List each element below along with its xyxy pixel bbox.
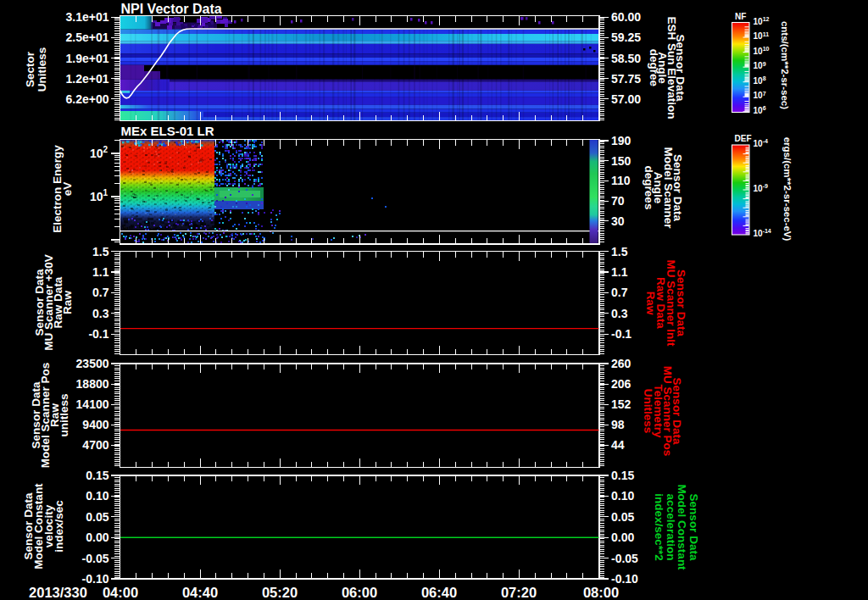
- svg-text:0.7: 0.7: [611, 286, 628, 299]
- svg-text:59.25: 59.25: [611, 31, 641, 44]
- svg-text:110: 110: [611, 174, 631, 187]
- svg-text:60.00: 60.00: [611, 10, 641, 24]
- svg-text:04:40: 04:40: [182, 585, 218, 600]
- svg-text:2013/330: 2013/330: [29, 585, 87, 600]
- svg-text:98: 98: [611, 418, 625, 431]
- svg-text:eV: eV: [61, 182, 74, 197]
- svg-text:Unitless: Unitless: [642, 389, 654, 434]
- svg-text:Raw: Raw: [644, 292, 657, 315]
- svg-text:unitless: unitless: [58, 393, 70, 436]
- svg-text:-0.1: -0.1: [88, 327, 108, 341]
- svg-text:degree: degree: [648, 49, 660, 87]
- svg-text:0.00: 0.00: [611, 531, 634, 544]
- svg-text:1.1: 1.1: [92, 265, 109, 279]
- svg-text:04:00: 04:00: [103, 585, 138, 600]
- svg-text:1.5: 1.5: [92, 245, 109, 258]
- svg-text:58.50: 58.50: [611, 52, 641, 65]
- svg-text:MEx ELS-01 LR: MEx ELS-01 LR: [121, 124, 214, 138]
- svg-text:index/sec: index/sec: [53, 500, 65, 553]
- svg-text:206: 206: [611, 377, 632, 391]
- svg-text:1.5: 1.5: [611, 245, 628, 258]
- svg-text:07:20: 07:20: [501, 585, 537, 600]
- svg-text:-0.10: -0.10: [611, 572, 638, 586]
- svg-text:0.05: 0.05: [611, 510, 634, 524]
- svg-text:Sector: Sector: [24, 51, 36, 87]
- svg-text:23500: 23500: [76, 357, 109, 370]
- svg-text:0.15: 0.15: [611, 469, 634, 482]
- svg-text:150: 150: [611, 154, 632, 168]
- svg-text:1.2e+01: 1.2e+01: [66, 72, 109, 86]
- svg-text:NPI Vector Data: NPI Vector Data: [121, 2, 222, 16]
- svg-text:0.05: 0.05: [86, 510, 108, 524]
- svg-text:0.10: 0.10: [86, 489, 108, 503]
- svg-text:2.5e+01: 2.5e+01: [66, 31, 109, 44]
- svg-text:-0.10: -0.10: [82, 572, 109, 586]
- svg-text:1.9e+01: 1.9e+01: [66, 52, 109, 65]
- svg-text:DEF: DEF: [735, 134, 752, 143]
- svg-text:0.7: 0.7: [92, 286, 109, 299]
- svg-text:44: 44: [611, 438, 625, 452]
- svg-text:1.1: 1.1: [611, 265, 628, 279]
- svg-text:05:20: 05:20: [262, 585, 298, 600]
- svg-text:-0.05: -0.05: [611, 552, 638, 565]
- svg-text:260: 260: [611, 357, 632, 370]
- svg-text:-0.1: -0.1: [611, 327, 632, 341]
- svg-text:57.00: 57.00: [611, 92, 641, 106]
- svg-text:0.3: 0.3: [611, 307, 628, 320]
- svg-text:-0.05: -0.05: [82, 552, 109, 565]
- svg-text:cnts/(cm**2-sr-sec): cnts/(cm**2-sr-sec): [780, 21, 790, 109]
- svg-text:9400: 9400: [82, 418, 108, 431]
- svg-text:index/sec**2: index/sec**2: [653, 493, 665, 561]
- svg-text:Unitless: Unitless: [36, 47, 48, 92]
- svg-text:NF: NF: [735, 12, 746, 21]
- svg-text:70: 70: [611, 194, 625, 208]
- svg-text:18800: 18800: [76, 377, 109, 391]
- svg-text:Raw: Raw: [61, 291, 74, 314]
- svg-text:30: 30: [611, 214, 625, 228]
- svg-text:0.15: 0.15: [86, 469, 108, 482]
- svg-text:06:00: 06:00: [342, 585, 377, 600]
- svg-text:08:00: 08:00: [583, 585, 619, 600]
- svg-text:3.1e+01: 3.1e+01: [66, 10, 109, 24]
- svg-text:0.3: 0.3: [92, 307, 109, 320]
- svg-text:06:40: 06:40: [421, 585, 457, 600]
- svg-text:ergs/(cm**2-sr-sec-eV): ergs/(cm**2-sr-sec-eV): [782, 137, 793, 242]
- svg-text:6.2e+00: 6.2e+00: [66, 92, 109, 106]
- svg-text:152: 152: [611, 397, 632, 411]
- svg-text:0.00: 0.00: [86, 531, 108, 544]
- svg-text:0.10: 0.10: [611, 489, 634, 503]
- svg-text:degrees: degrees: [643, 166, 655, 210]
- svg-text:190: 190: [611, 134, 632, 147]
- svg-text:57.75: 57.75: [611, 72, 641, 86]
- svg-text:14100: 14100: [76, 397, 109, 411]
- svg-text:4700: 4700: [82, 438, 108, 452]
